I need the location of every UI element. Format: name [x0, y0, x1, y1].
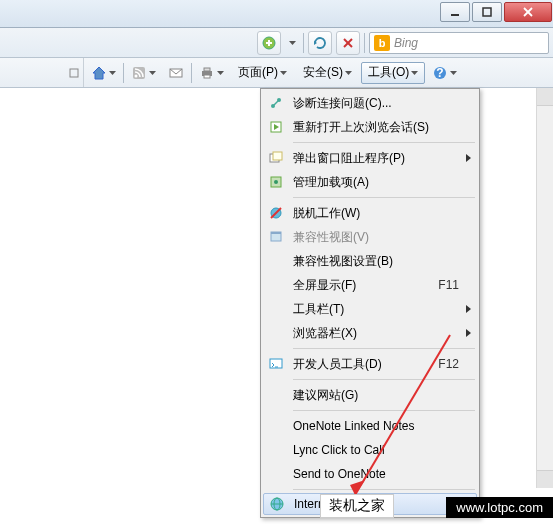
home-button[interactable] — [86, 62, 121, 84]
close-button[interactable] — [504, 2, 552, 22]
tools-dropdown-menu: 诊断连接问题(C)... 重新打开上次浏览会话(S) 弹出窗口阻止程序(P) 管… — [260, 88, 480, 518]
svg-marker-13 — [109, 71, 116, 75]
safety-menu-button[interactable]: 安全(S) — [296, 62, 359, 84]
safety-menu-label: 安全(S) — [303, 64, 343, 81]
menu-separator — [293, 142, 475, 143]
search-toolbar: b Bing — [0, 28, 553, 58]
menu-label: 开发人员工具(D) — [289, 356, 438, 373]
print-button[interactable] — [194, 62, 229, 84]
rss-icon — [131, 65, 147, 81]
menu-label: Lync Click to Call — [289, 443, 477, 457]
home-icon — [91, 65, 107, 81]
menu-label: 管理加载项(A) — [289, 174, 477, 191]
page-menu-button[interactable]: 页面(P) — [231, 62, 294, 84]
chevron-down-icon — [450, 71, 457, 75]
menu-label: Send to OneNote — [289, 467, 477, 481]
menu-devtools[interactable]: 开发人员工具(D) F12 — [263, 352, 477, 376]
chevron-down-icon — [411, 71, 418, 75]
svg-rect-19 — [204, 68, 210, 71]
svg-marker-35 — [466, 154, 471, 162]
menu-compat-settings[interactable]: 兼容性视图设置(B) — [263, 249, 477, 273]
search-placeholder: Bing — [394, 36, 418, 50]
stop-button[interactable] — [336, 31, 360, 55]
svg-text:?: ? — [437, 66, 444, 80]
menu-label: 全屏显示(F) — [289, 277, 438, 294]
globe-icon — [269, 496, 285, 512]
submenu-arrow-icon — [466, 305, 471, 313]
menu-label: 诊断连接问题(C)... — [289, 95, 477, 112]
svg-rect-34 — [273, 152, 282, 160]
svg-marker-7 — [289, 41, 296, 45]
network-icon — [268, 95, 284, 111]
search-box[interactable]: b Bing — [369, 32, 549, 54]
compat-icon — [268, 229, 284, 245]
menu-explorer-bars[interactable]: 浏览器栏(X) — [263, 321, 477, 345]
feeds-button[interactable] — [126, 62, 161, 84]
svg-marker-27 — [450, 71, 457, 75]
menu-compat-view: 兼容性视图(V) — [263, 225, 477, 249]
menu-lync[interactable]: Lync Click to Call — [263, 438, 477, 462]
help-icon: ? — [432, 65, 448, 81]
submenu-arrow-icon — [466, 329, 471, 337]
window-titlebar — [0, 0, 553, 28]
menu-popup-blocker[interactable]: 弹出窗口阻止程序(P) — [263, 146, 477, 170]
svg-marker-43 — [466, 329, 471, 337]
page-menu-label: 页面(P) — [238, 64, 278, 81]
mail-icon — [168, 65, 184, 81]
menu-send-onenote[interactable]: Send to OneNote — [263, 462, 477, 486]
chevron-down-icon — [217, 71, 224, 75]
svg-line-30 — [274, 101, 278, 105]
command-toolbar: 页面(P) 安全(S) 工具(O) ? — [0, 58, 553, 88]
maximize-button[interactable] — [472, 2, 502, 22]
divider — [123, 63, 124, 83]
devtools-icon — [268, 356, 284, 372]
svg-marker-24 — [411, 71, 418, 75]
svg-point-37 — [274, 180, 278, 184]
svg-marker-21 — [217, 71, 224, 75]
divider — [191, 63, 192, 83]
plugin-icon[interactable] — [257, 31, 281, 55]
tools-menu-button[interactable]: 工具(O) — [361, 62, 425, 84]
menu-diagnose[interactable]: 诊断连接问题(C)... — [263, 91, 477, 115]
menu-suggested-sites[interactable]: 建议网站(G) — [263, 383, 477, 407]
chevron-down-icon — [109, 71, 116, 75]
svg-marker-22 — [280, 71, 287, 75]
menu-label: 兼容性视图设置(B) — [289, 253, 477, 270]
svg-rect-1 — [483, 8, 491, 16]
mail-button[interactable] — [163, 62, 189, 84]
print-icon — [199, 65, 215, 81]
menu-label: 弹出窗口阻止程序(P) — [289, 150, 477, 167]
menu-reopen-session[interactable]: 重新打开上次浏览会话(S) — [263, 115, 477, 139]
new-tab-icon — [69, 68, 79, 78]
svg-rect-6 — [266, 42, 272, 44]
minimize-button[interactable] — [440, 2, 470, 22]
menu-label: 建议网站(G) — [289, 387, 477, 404]
vertical-scrollbar[interactable] — [536, 88, 553, 488]
tab-area[interactable] — [4, 58, 84, 87]
menu-fullscreen[interactable]: 全屏显示(F) F11 — [263, 273, 477, 297]
bing-logo-icon: b — [374, 35, 390, 51]
popup-icon — [268, 150, 284, 166]
menu-label: 重新打开上次浏览会话(S) — [289, 119, 477, 136]
help-button[interactable]: ? — [427, 62, 462, 84]
svg-marker-42 — [466, 305, 471, 313]
menu-separator — [293, 197, 475, 198]
addons-icon — [268, 174, 284, 190]
menu-work-offline[interactable]: 脱机工作(W) — [263, 201, 477, 225]
submenu-arrow-icon — [466, 154, 471, 162]
svg-rect-20 — [204, 75, 210, 78]
chevron-down-icon — [345, 71, 352, 75]
plugin-dropdown[interactable] — [285, 41, 299, 45]
menu-label: 浏览器栏(X) — [289, 325, 477, 342]
svg-rect-41 — [271, 232, 281, 234]
menu-label: 工具栏(T) — [289, 301, 477, 318]
svg-marker-16 — [149, 71, 156, 75]
svg-rect-11 — [70, 69, 78, 77]
menu-toolbars[interactable]: 工具栏(T) — [263, 297, 477, 321]
menu-manage-addons[interactable]: 管理加载项(A) — [263, 170, 477, 194]
menu-separator — [293, 410, 475, 411]
tools-menu-label: 工具(O) — [368, 64, 409, 81]
menu-separator — [293, 348, 475, 349]
menu-onenote-linked[interactable]: OneNote Linked Notes — [263, 414, 477, 438]
refresh-button[interactable] — [308, 31, 332, 55]
